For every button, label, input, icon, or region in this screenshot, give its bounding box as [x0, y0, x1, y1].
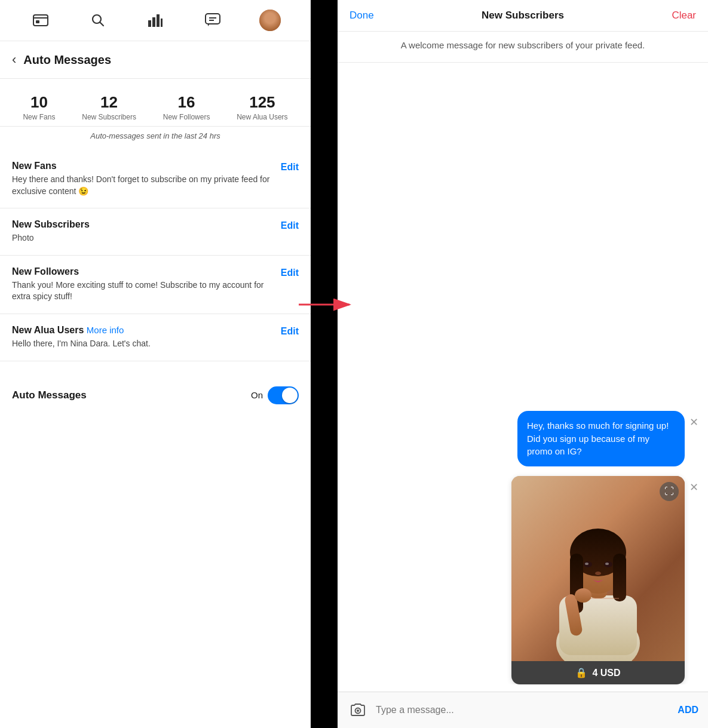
toggle-switch[interactable] [268, 386, 299, 404]
svg-rect-2 [36, 20, 39, 23]
stats-subtitle: Auto-messages sent in the last 24 hrs [0, 127, 311, 150]
photo-price-bar: 🔒 4 USD [511, 661, 685, 684]
stat-subs-label: New Subscribers [82, 113, 136, 121]
toggle-wrapper: On [251, 386, 299, 404]
right-title: New Subscribers [482, 10, 564, 21]
divider [311, 0, 338, 728]
stat-followers-number: 16 [178, 93, 195, 112]
stat-subs-number: 12 [100, 93, 118, 112]
svg-point-25 [605, 563, 609, 565]
svg-rect-7 [157, 14, 160, 27]
new-fans-title: New Fans [12, 161, 274, 171]
page-title: Auto Messages [23, 53, 111, 67]
stat-new-subscribers: 12 New Subscribers [82, 93, 136, 121]
new-alua-content: New Alua Users More info Hello there, I'… [12, 325, 274, 350]
new-followers-edit-button[interactable]: Edit [281, 266, 299, 278]
stat-fans-label: New Fans [23, 113, 55, 121]
toggle-label: Auto Messages [12, 389, 87, 401]
svg-rect-5 [148, 20, 151, 27]
photo-price: 4 USD [592, 668, 620, 678]
home-icon[interactable] [30, 10, 51, 31]
chat-icon[interactable] [202, 10, 223, 31]
bubble-close-button[interactable]: ✕ [689, 416, 698, 429]
stats-row: 10 New Fans 12 New Subscribers 16 New Fo… [0, 79, 311, 127]
avatar-face [259, 10, 281, 31]
woman-svg [511, 476, 685, 661]
message-input-bar: ADD [338, 692, 708, 728]
svg-point-29 [575, 588, 591, 603]
camera-button[interactable] [347, 699, 369, 721]
new-fans-content: New Fans Hey there and thanks! Don't for… [12, 161, 274, 197]
done-button[interactable]: Done [350, 10, 374, 21]
stats-container: 10 New Fans 12 New Subscribers 16 New Fo… [0, 79, 311, 150]
avatar-icon[interactable] [259, 10, 281, 31]
expand-icon: ⛶ [664, 486, 674, 497]
right-panel: Done New Subscribers Clear A welcome mes… [338, 0, 708, 728]
svg-rect-21 [613, 554, 626, 601]
lock-icon: 🔒 [575, 667, 587, 678]
stat-new-followers: 16 New Followers [163, 93, 210, 121]
new-fans-edit-button[interactable]: Edit [281, 161, 299, 173]
svg-point-26 [595, 572, 601, 575]
photo-expand-button[interactable]: ⛶ [660, 482, 679, 501]
new-subscribers-body: Photo [12, 232, 274, 244]
photo-close-button[interactable]: ✕ [689, 481, 698, 494]
stat-new-alua: 125 New Alua Users [237, 93, 287, 121]
new-followers-section: New Followers Thank you! More exciting s… [0, 256, 311, 314]
svg-line-4 [100, 23, 104, 26]
new-followers-content: New Followers Thank you! More exciting s… [12, 266, 274, 303]
svg-rect-0 [33, 15, 48, 26]
right-header: Done New Subscribers Clear [338, 0, 708, 32]
stat-fans-number: 10 [30, 93, 48, 112]
search-icon[interactable] [87, 10, 109, 31]
right-subtitle: A welcome message for new subscribers of… [338, 32, 708, 63]
svg-rect-8 [161, 19, 163, 27]
new-followers-title: New Followers [12, 266, 274, 277]
new-followers-body: Thank you! More exciting stuff to come! … [12, 279, 274, 303]
new-subscribers-edit-button[interactable]: Edit [281, 219, 299, 231]
photo-image: ⛶ [511, 476, 685, 661]
auto-messages-toggle-section: Auto Messages On [0, 373, 311, 417]
stat-followers-label: New Followers [163, 113, 210, 121]
new-subscribers-section: New Subscribers Photo Edit [0, 208, 311, 256]
new-subscribers-title: New Subscribers [12, 219, 274, 230]
back-button[interactable]: ‹ [12, 52, 16, 67]
stat-new-fans: 10 New Fans [23, 93, 55, 121]
stat-alua-number: 125 [249, 93, 275, 112]
svg-rect-9 [206, 14, 220, 24]
toggle-on-text: On [251, 390, 263, 400]
photo-card: ⛶ 🔒 4 USD [511, 476, 685, 684]
toggle-knob [282, 388, 298, 403]
new-alua-edit-button[interactable]: Edit [281, 325, 299, 337]
stat-alua-label: New Alua Users [237, 113, 287, 121]
new-alua-body: Hello there, I'm Nina Dara. Let's chat. [12, 338, 274, 350]
top-nav [0, 0, 311, 41]
photo-card-wrapper: ⛶ 🔒 4 USD ✕ [347, 476, 698, 684]
bubble-wrapper: Hey, thanks so much for signing up! Did … [347, 411, 698, 466]
page-header: ‹ Auto Messages [0, 41, 311, 79]
stats-icon[interactable] [145, 10, 166, 31]
new-alua-title: New Alua Users More info [12, 325, 274, 336]
message-input[interactable] [376, 705, 670, 715]
arrow-indicator [293, 293, 358, 319]
new-subscribers-content: New Subscribers Photo [12, 219, 274, 244]
more-info-link[interactable]: More info [87, 325, 124, 335]
new-fans-body: Hey there and thanks! Don't forget to su… [12, 174, 274, 197]
new-fans-section: New Fans Hey there and thanks! Don't for… [0, 150, 311, 208]
svg-point-31 [357, 709, 359, 712]
svg-point-24 [585, 563, 589, 565]
message-bubble: Hey, thanks so much for signing up! Did … [517, 411, 685, 466]
left-panel: ‹ Auto Messages 10 New Fans 12 New Subsc… [0, 0, 311, 728]
new-alua-section: New Alua Users More info Hello there, I'… [0, 314, 311, 361]
svg-rect-6 [152, 17, 155, 27]
chat-area: Hey, thanks so much for signing up! Did … [338, 63, 708, 685]
add-button[interactable]: ADD [678, 705, 698, 715]
clear-button[interactable]: Clear [672, 10, 696, 21]
